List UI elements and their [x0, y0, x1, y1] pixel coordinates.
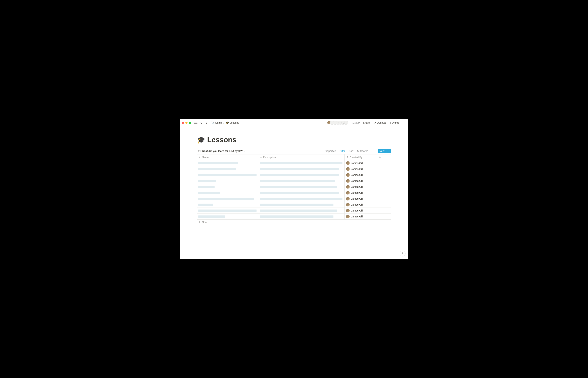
nav-forward-button[interactable] — [204, 121, 209, 125]
breadcrumb-current[interactable]: 🎓 Lessons — [225, 121, 240, 124]
view-selector[interactable]: What did you learn for next cycle? — [197, 149, 246, 153]
page-icon[interactable]: 🎓 — [197, 136, 205, 143]
share-button[interactable]: Share — [362, 121, 371, 125]
cell-description[interactable] — [258, 166, 345, 172]
cell-description[interactable] — [258, 178, 345, 184]
redacted-text — [198, 210, 256, 212]
cell-name[interactable] — [197, 172, 258, 178]
filter-button[interactable]: Filter — [339, 149, 346, 153]
cell-description[interactable] — [258, 190, 345, 196]
cell-name[interactable] — [197, 184, 258, 190]
cell-description[interactable] — [258, 172, 345, 178]
cell-name[interactable] — [197, 166, 258, 172]
maximize-window-button[interactable] — [189, 122, 191, 124]
cell-name[interactable] — [197, 160, 258, 166]
redacted-text — [260, 186, 337, 188]
sort-button[interactable]: Sort — [348, 149, 354, 153]
cell-empty — [377, 202, 391, 208]
updates-button[interactable]: Updates — [372, 121, 388, 125]
avatar — [346, 173, 350, 177]
cell-empty — [377, 184, 391, 190]
creator-name: James Gill — [351, 209, 363, 212]
cell-created-by[interactable]: James Gill — [345, 196, 377, 202]
column-created-by-label: Created By — [350, 156, 362, 159]
redacted-text — [260, 203, 334, 206]
cell-created-by[interactable]: James Gill — [345, 160, 377, 166]
avatar — [346, 209, 350, 212]
svg-rect-3 — [198, 150, 200, 152]
breadcrumb-parent-label: Goals — [215, 121, 222, 124]
cell-description[interactable] — [258, 202, 345, 208]
cell-description[interactable] — [258, 214, 345, 220]
help-label: ? — [402, 252, 404, 255]
table-icon — [198, 149, 200, 152]
column-header-created-by[interactable]: Created By — [345, 154, 377, 160]
cell-description[interactable] — [258, 208, 345, 214]
avatar-letter: R — [344, 121, 348, 125]
new-button[interactable]: New — [378, 149, 391, 153]
collaborator-avatars[interactable]: R G R — [328, 121, 348, 125]
avatar — [346, 185, 350, 189]
nav-back-button[interactable] — [199, 121, 203, 125]
cell-name[interactable] — [197, 208, 258, 214]
more-menu-button[interactable] — [402, 121, 406, 125]
cell-created-by[interactable]: James Gill — [345, 202, 377, 208]
cell-created-by[interactable]: James Gill — [345, 166, 377, 172]
column-header-name[interactable]: Name — [197, 154, 258, 160]
svg-point-0 — [403, 122, 403, 123]
sidebar-toggle-button[interactable] — [194, 121, 198, 125]
cell-created-by[interactable]: James Gill — [345, 208, 377, 214]
cell-description[interactable] — [258, 160, 345, 166]
check-icon — [374, 122, 376, 124]
cell-description[interactable] — [258, 196, 345, 202]
search-button[interactable]: Search — [356, 149, 369, 153]
cell-empty — [377, 166, 391, 172]
cell-empty — [377, 160, 391, 166]
breadcrumb-separator: / — [224, 121, 224, 124]
minimize-window-button[interactable] — [185, 122, 188, 124]
other-collaborators-count[interactable]: + 1 other — [350, 122, 360, 124]
cell-name[interactable] — [197, 202, 258, 208]
page-header: 🎓 Lessons — [197, 127, 391, 145]
add-row-button[interactable]: New — [197, 220, 391, 225]
cell-created-by[interactable]: James Gill — [345, 214, 377, 220]
help-button[interactable]: ? — [400, 251, 406, 256]
creator-name: James Gill — [351, 197, 363, 200]
redacted-text — [260, 180, 335, 182]
page-title[interactable]: Lessons — [207, 136, 236, 144]
new-button-dropdown[interactable] — [386, 149, 391, 153]
cell-empty — [377, 196, 391, 202]
database-view-bar: What did you learn for next cycle? Prope… — [197, 149, 391, 154]
breadcrumb-parent[interactable]: 🔭 Goals — [210, 121, 223, 124]
avatar — [346, 161, 350, 165]
cell-created-by[interactable]: James Gill — [345, 178, 377, 184]
cell-empty — [377, 214, 391, 220]
avatar — [346, 197, 350, 201]
cell-description[interactable] — [258, 184, 345, 190]
cell-name[interactable] — [197, 178, 258, 184]
favorite-button[interactable]: Favorite — [389, 121, 401, 125]
creator-name: James Gill — [351, 174, 363, 176]
cell-name[interactable] — [197, 196, 258, 202]
text-icon — [260, 156, 262, 159]
redacted-text — [260, 210, 337, 212]
close-window-button[interactable] — [182, 122, 184, 124]
avatar — [346, 191, 350, 195]
title-icon — [198, 156, 201, 159]
svg-point-1 — [404, 122, 405, 123]
cell-name[interactable] — [197, 214, 258, 220]
redacted-text — [198, 203, 213, 206]
creator-name: James Gill — [351, 162, 363, 164]
person-icon — [346, 156, 349, 159]
cell-empty — [377, 208, 391, 214]
column-header-description[interactable]: Description — [258, 154, 345, 160]
cell-created-by[interactable]: James Gill — [345, 190, 377, 196]
cell-created-by[interactable]: James Gill — [345, 184, 377, 190]
cell-created-by[interactable]: James Gill — [345, 172, 377, 178]
redacted-text — [260, 192, 339, 194]
view-more-button[interactable] — [371, 150, 376, 152]
add-column-button[interactable] — [377, 154, 391, 160]
redacted-text — [260, 174, 339, 176]
properties-button[interactable]: Properties — [324, 149, 337, 153]
cell-name[interactable] — [197, 190, 258, 196]
